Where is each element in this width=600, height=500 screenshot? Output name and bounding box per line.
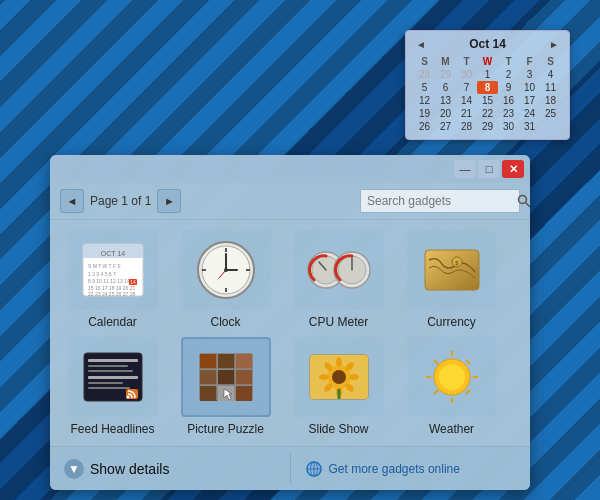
cal-day: 2 <box>498 68 519 81</box>
minimize-button[interactable]: — <box>454 160 476 178</box>
calendar-prev-btn[interactable]: ◄ <box>414 39 428 50</box>
show-details-button[interactable]: ▼ Show details <box>50 459 290 479</box>
cal-day: 6 <box>435 81 456 94</box>
search-icon <box>517 194 530 208</box>
svg-point-60 <box>332 370 346 384</box>
svg-rect-49 <box>200 386 217 401</box>
calendar-month-year: Oct 14 <box>469 37 506 51</box>
svg-line-79 <box>466 390 470 394</box>
gadget-item-picture-puzzle[interactable]: Picture Puzzle <box>173 337 278 436</box>
cal-day: 24 <box>519 107 540 120</box>
chevron-down-icon: ▼ <box>64 459 84 479</box>
gadget-icon-clock <box>181 230 271 310</box>
cal-day: 15 <box>477 94 498 107</box>
calendar-next-btn[interactable]: ► <box>547 39 561 50</box>
page-label: Page 1 of 1 <box>90 194 151 208</box>
gadget-item-calendar[interactable]: OCT 14 S M T W T F S 1 2 3 4 5 6 7 8 9 1… <box>60 230 165 329</box>
gadget-icon-calendar: OCT 14 S M T W T F S 1 2 3 4 5 6 7 8 9 1… <box>68 230 158 310</box>
gadget-label-feed-headlines: Feed Headlines <box>70 422 154 436</box>
gadget-label-currency: Currency <box>427 315 476 329</box>
gadget-icon-weather <box>407 337 497 417</box>
svg-line-1 <box>526 203 531 208</box>
close-button[interactable]: ✕ <box>502 160 524 178</box>
calendar-grid: S M T W T F S 28 29 30 1 2 3 4 5 6 <box>414 55 561 133</box>
page-navigation: ◄ Page 1 of 1 ► <box>60 189 181 213</box>
gadget-label-cpu-meter: CPU Meter <box>309 315 368 329</box>
gadget-icon-picture-puzzle <box>181 337 271 417</box>
svg-rect-46 <box>200 370 217 385</box>
gadget-label-slide-show: Slide Show <box>308 422 368 436</box>
gadget-item-cpu-meter[interactable]: CPU Meter <box>286 230 391 329</box>
cal-day: 5 <box>414 81 435 94</box>
panel-titlebar: — □ ✕ <box>50 155 530 183</box>
weather-gadget-icon <box>417 343 487 411</box>
cal-day: 4 <box>540 68 561 81</box>
gadget-item-feed-headlines[interactable]: Feed Headlines <box>60 337 165 436</box>
picture-puzzle-gadget-icon <box>191 343 261 411</box>
cal-day: 1 <box>477 68 498 81</box>
panel-footer: ▼ Show details Get more gadgets online <box>50 446 530 490</box>
globe-icon <box>305 460 323 478</box>
search-box: ▼ <box>360 189 520 213</box>
svg-rect-48 <box>236 370 252 385</box>
svg-point-0 <box>519 196 527 204</box>
day-header-f: F <box>519 55 540 68</box>
day-header-s2: S <box>540 55 561 68</box>
gadget-item-clock[interactable]: Clock <box>173 230 278 329</box>
search-input[interactable] <box>367 194 517 208</box>
cal-day: 18 <box>540 94 561 107</box>
calendar-widget: ◄ Oct 14 ► S M T W T F S 28 29 30 1 2 3 <box>405 30 570 140</box>
cal-day: 3 <box>519 68 540 81</box>
svg-text:OCT 14: OCT 14 <box>100 250 124 257</box>
day-header-t1: T <box>456 55 477 68</box>
cal-day: 28 <box>456 120 477 133</box>
cal-day: 30 <box>498 120 519 133</box>
svg-rect-34 <box>88 359 138 362</box>
svg-point-67 <box>319 374 329 380</box>
currency-gadget-icon: $ <box>417 236 487 304</box>
cpu-meter-gadget-icon <box>304 236 374 304</box>
maximize-button[interactable]: □ <box>478 160 500 178</box>
search-button[interactable] <box>517 194 530 208</box>
day-header-s1: S <box>414 55 435 68</box>
gadget-item-weather[interactable]: Weather <box>399 337 504 436</box>
next-page-button[interactable]: ► <box>157 189 181 213</box>
svg-point-71 <box>439 364 465 390</box>
svg-rect-52 <box>236 386 252 401</box>
day-header-m: M <box>435 55 456 68</box>
cal-day: 30 <box>456 68 477 81</box>
cal-day <box>540 120 561 133</box>
get-more-gadgets-link[interactable]: Get more gadgets online <box>291 460 531 478</box>
svg-rect-47 <box>218 370 235 385</box>
cal-day: 29 <box>477 120 498 133</box>
svg-text:22 23 24 25 26 27 28: 22 23 24 25 26 27 28 <box>88 291 135 297</box>
prev-page-button[interactable]: ◄ <box>60 189 84 213</box>
gadget-label-picture-puzzle: Picture Puzzle <box>187 422 264 436</box>
get-more-gadgets-label: Get more gadgets online <box>329 462 460 476</box>
cal-day: 10 <box>519 81 540 94</box>
cal-day: 17 <box>519 94 540 107</box>
cal-day: 28 <box>414 68 435 81</box>
cal-day: 26 <box>414 120 435 133</box>
gadget-item-currency[interactable]: $ Currency <box>399 230 504 329</box>
svg-point-61 <box>336 357 342 367</box>
gadget-icon-cpu-meter <box>294 230 384 310</box>
gadget-item-slide-show[interactable]: Slide Show <box>286 337 391 436</box>
svg-text:8  9 10 11 12 13 14: 8 9 10 11 12 13 14 <box>88 278 130 284</box>
svg-rect-36 <box>88 370 133 372</box>
cal-day: 19 <box>414 107 435 120</box>
gadget-label-calendar: Calendar <box>88 315 137 329</box>
feed-headlines-gadget-icon <box>78 343 148 411</box>
gadget-label-clock: Clock <box>210 315 240 329</box>
cal-day: 22 <box>477 107 498 120</box>
cal-day: 25 <box>540 107 561 120</box>
svg-point-84 <box>307 462 321 476</box>
svg-rect-39 <box>88 387 130 389</box>
svg-line-77 <box>466 360 470 364</box>
calendar-gadget-icon: OCT 14 S M T W T F S 1 2 3 4 5 6 7 8 9 1… <box>77 236 149 304</box>
svg-line-78 <box>434 390 438 394</box>
cal-day: 9 <box>498 81 519 94</box>
gadget-panel: — □ ✕ ◄ Page 1 of 1 ► ▼ <box>50 155 530 490</box>
slide-show-gadget-icon <box>304 343 374 411</box>
svg-rect-30 <box>425 250 479 290</box>
